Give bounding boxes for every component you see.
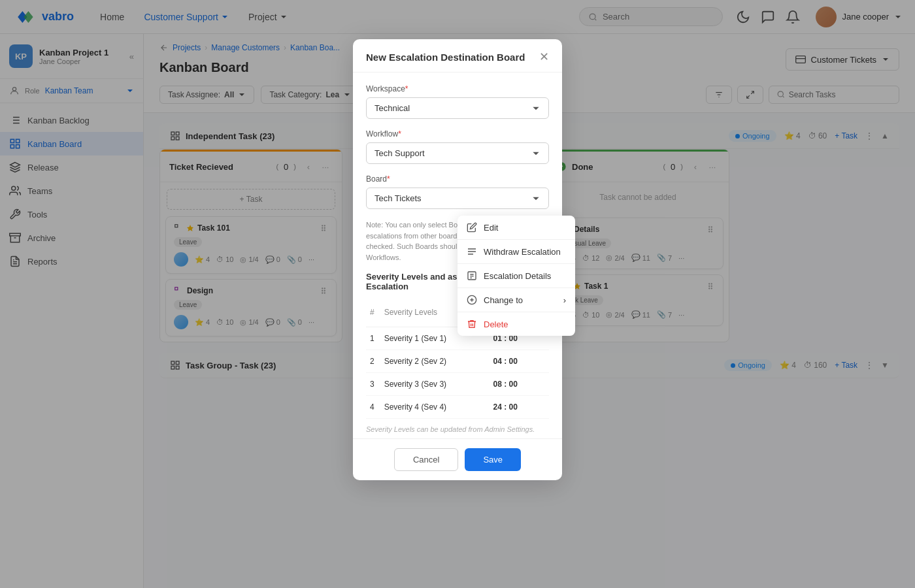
modal-footer: Cancel Save [353,438,562,480]
withdraw-icon [467,246,477,257]
ctx-edit[interactable]: Edit [458,216,575,239]
ctx-change-to[interactable]: Change to › [458,288,575,312]
context-menu: Edit Withdraw Escalation Escalation Deta… [458,216,575,336]
workflow-select[interactable]: Tech Support [366,142,549,164]
ctx-delete[interactable]: Delete [458,312,575,336]
workflow-group: Workflow* Tech Support [366,129,549,164]
modal-title: New Escalation Destination Board [366,52,525,63]
modal-header: New Escalation Destination Board ✕ [353,39,562,73]
modal-overlay[interactable]: Edit Withdraw Escalation Escalation Deta… [0,0,915,588]
board-select[interactable]: Tech Tickets [366,188,549,209]
ctx-arrow-icon: › [563,295,566,305]
workspace-dropdown-icon [531,104,541,113]
workspace-select[interactable]: Technical [366,97,549,119]
workspace-group: Workspace* Technical [366,84,549,119]
workflow-dropdown-icon [531,149,541,158]
save-btn[interactable]: Save [465,448,521,471]
cancel-btn[interactable]: Cancel [394,448,458,471]
modal-close-btn[interactable]: ✕ [539,51,549,63]
delete-icon [467,319,477,329]
workspace-label: Workspace* [366,84,549,93]
sla-row: 3 Severity 3 (Sev 3) 08 : 00 [366,373,549,396]
sla-note: Severity Levels can be updated from Admi… [366,425,549,433]
edit-icon [467,222,477,233]
sla-row: 2 Severity 2 (Sev 2) 04 : 00 [366,350,549,373]
details-list-icon [467,270,477,281]
workflow-label: Workflow* [366,129,549,139]
board-label: Board* [366,174,549,184]
board-dropdown-icon [531,194,541,203]
board-group: Board* Tech Tickets [366,174,549,209]
ctx-escalation-details[interactable]: Escalation Details [458,264,575,287]
change-icon [467,295,477,305]
sla-row: 4 Severity 4 (Sev 4) 24 : 00 [366,396,549,419]
ctx-withdraw[interactable]: Withdraw Escalation [458,240,575,263]
